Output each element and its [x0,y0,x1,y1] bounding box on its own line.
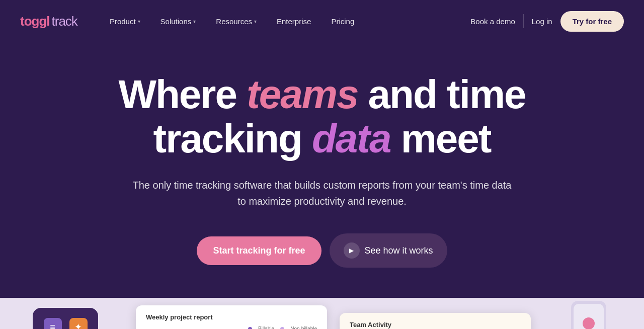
phone-illustration [569,301,614,329]
start-tracking-button[interactable]: Start tracking for free [197,236,321,265]
logo-track: track [52,14,77,29]
legend-billable-label: Billable [258,326,274,329]
legend-nonbillable-dot [280,327,284,330]
hero-section: Where teams and time tracking data meet … [0,42,644,268]
hero-subtitle: The only time tracking software that bui… [131,177,513,209]
navbar: toggl track Product ▾ Solutions ▾ Resour… [0,0,644,42]
nav-enterprise[interactable]: Enterprise [269,13,319,30]
nav-product[interactable]: Product ▾ [102,13,148,30]
see-how-it-works-button[interactable]: ▶ See how it works [330,233,447,268]
chart-legend: Billable Non-billable [146,326,317,329]
legend-billable-dot [248,327,252,330]
login-link[interactable]: Log in [532,17,552,26]
chevron-down-icon: ▾ [254,19,257,24]
app-icons-card: ≡ ✦ N ⊞ ⋮⋮ ❖ [33,308,98,329]
try-free-button[interactable]: Try for free [560,11,624,32]
nav-resources[interactable]: Resources ▾ [208,13,265,30]
nav-pricing[interactable]: Pricing [323,13,362,30]
svg-point-2 [583,317,595,329]
app-icon-2: ✦ [69,318,88,329]
team-activity-title: Team Activity [350,321,521,328]
logo-toggl: toggl [20,14,50,29]
chevron-down-icon: ▾ [193,19,196,24]
nav-links: Product ▾ Solutions ▾ Resources ▾ Enterp… [102,13,470,30]
hero-data-word: data [312,116,391,161]
nav-solutions[interactable]: Solutions ▾ [152,13,204,30]
legend-nonbillable-label: Non-billable [290,326,317,329]
play-icon: ▶ [344,242,360,259]
phone-mockup [569,301,614,329]
app-icon-1: ≡ [44,318,62,329]
hero-title: Where teams and time tracking data meet [20,72,624,161]
weekly-report-card: Weekly project report Billable Non-billa… [136,305,327,329]
bottom-preview: ≡ ✦ N ⊞ ⋮⋮ ❖ Weekly project report Billa… [0,298,644,329]
chevron-down-icon: ▾ [138,19,140,24]
hero-buttons: Start tracking for free ▶ See how it wor… [20,233,624,268]
weekly-report-title: Weekly project report [146,313,317,321]
team-activity-card: Team Activity Most active over last 7 da… [340,313,531,329]
nav-right: Book a demo Log in Try for free [470,11,624,32]
book-demo-link[interactable]: Book a demo [470,17,515,26]
nav-divider [523,14,524,28]
hero-teams-word: teams [247,72,358,117]
logo[interactable]: toggl track [20,14,77,29]
